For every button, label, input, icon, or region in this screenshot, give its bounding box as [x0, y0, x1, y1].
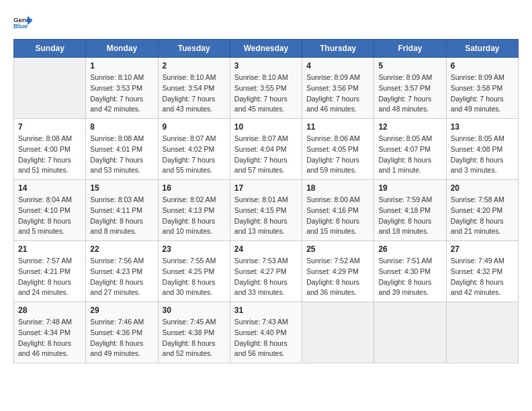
day-number: 14	[18, 183, 81, 193]
calendar-cell: 16Sunrise: 8:02 AMSunset: 4:13 PMDayligh…	[158, 180, 230, 241]
day-info: Sunrise: 8:07 AMSunset: 4:04 PMDaylight:…	[234, 134, 298, 176]
day-header-sunday: Sunday	[14, 40, 86, 58]
calendar-cell: 30Sunrise: 7:45 AMSunset: 4:38 PMDayligh…	[158, 302, 230, 363]
calendar-cell: 14Sunrise: 8:04 AMSunset: 4:10 PMDayligh…	[14, 180, 86, 241]
day-number: 30	[163, 306, 226, 315]
day-number: 5	[378, 61, 441, 71]
day-number: 20	[451, 183, 514, 193]
day-number: 25	[306, 244, 369, 254]
day-header-monday: Monday	[86, 40, 158, 58]
day-info: Sunrise: 7:55 AMSunset: 4:25 PMDaylight:…	[163, 256, 226, 298]
week-row-5: 28Sunrise: 7:48 AMSunset: 4:34 PMDayligh…	[14, 302, 519, 363]
day-info: Sunrise: 7:48 AMSunset: 4:34 PMDaylight:…	[18, 317, 81, 359]
day-info: Sunrise: 8:09 AMSunset: 3:57 PMDaylight:…	[378, 73, 441, 115]
calendar-cell: 11Sunrise: 8:06 AMSunset: 4:05 PMDayligh…	[302, 119, 374, 180]
day-number: 13	[451, 122, 514, 132]
day-info: Sunrise: 8:04 AMSunset: 4:10 PMDaylight:…	[18, 195, 81, 237]
logo: General Blue	[13, 13, 32, 32]
calendar-cell	[446, 302, 518, 363]
day-number: 28	[18, 306, 81, 315]
calendar-cell: 7Sunrise: 8:08 AMSunset: 4:00 PMDaylight…	[14, 119, 86, 180]
calendar-cell: 1Sunrise: 8:10 AMSunset: 3:53 PMDaylight…	[86, 58, 158, 119]
day-number: 23	[163, 244, 226, 254]
day-info: Sunrise: 8:00 AMSunset: 4:16 PMDaylight:…	[306, 195, 369, 237]
calendar-cell: 15Sunrise: 8:03 AMSunset: 4:11 PMDayligh…	[86, 180, 158, 241]
day-info: Sunrise: 8:09 AMSunset: 3:56 PMDaylight:…	[306, 73, 369, 115]
day-info: Sunrise: 8:01 AMSunset: 4:15 PMDaylight:…	[234, 195, 298, 237]
day-number: 21	[18, 244, 81, 254]
calendar-cell: 4Sunrise: 8:09 AMSunset: 3:56 PMDaylight…	[302, 58, 374, 119]
logo-icon: General Blue	[13, 13, 32, 32]
calendar-cell	[302, 302, 374, 363]
day-info: Sunrise: 7:45 AMSunset: 4:38 PMDaylight:…	[163, 317, 226, 359]
calendar-cell	[374, 302, 446, 363]
day-number: 17	[234, 183, 298, 193]
calendar-cell: 31Sunrise: 7:43 AMSunset: 4:40 PMDayligh…	[230, 302, 302, 363]
svg-text:Blue: Blue	[13, 22, 28, 30]
day-info: Sunrise: 8:07 AMSunset: 4:02 PMDaylight:…	[163, 134, 226, 176]
day-info: Sunrise: 7:43 AMSunset: 4:40 PMDaylight:…	[234, 317, 298, 359]
day-header-friday: Friday	[374, 40, 446, 58]
calendar-cell: 2Sunrise: 8:10 AMSunset: 3:54 PMDaylight…	[158, 58, 230, 119]
day-number: 9	[163, 122, 226, 132]
day-number: 29	[90, 306, 153, 315]
day-number: 19	[378, 183, 441, 193]
calendar-cell: 21Sunrise: 7:57 AMSunset: 4:21 PMDayligh…	[14, 241, 86, 302]
day-info: Sunrise: 7:59 AMSunset: 4:18 PMDaylight:…	[378, 195, 441, 237]
day-info: Sunrise: 8:05 AMSunset: 4:08 PMDaylight:…	[451, 134, 514, 176]
day-header-saturday: Saturday	[446, 40, 518, 58]
day-info: Sunrise: 8:05 AMSunset: 4:07 PMDaylight:…	[378, 134, 441, 176]
day-number: 18	[306, 183, 369, 193]
day-info: Sunrise: 8:08 AMSunset: 4:01 PMDaylight:…	[90, 134, 153, 176]
day-number: 7	[18, 122, 81, 132]
day-info: Sunrise: 7:46 AMSunset: 4:36 PMDaylight:…	[90, 317, 153, 359]
calendar-cell: 8Sunrise: 8:08 AMSunset: 4:01 PMDaylight…	[86, 119, 158, 180]
day-info: Sunrise: 7:52 AMSunset: 4:29 PMDaylight:…	[306, 256, 369, 298]
day-number: 27	[451, 244, 514, 254]
day-info: Sunrise: 7:51 AMSunset: 4:30 PMDaylight:…	[378, 256, 441, 298]
day-number: 8	[90, 122, 153, 132]
calendar-cell: 5Sunrise: 8:09 AMSunset: 3:57 PMDaylight…	[374, 58, 446, 119]
calendar-cell: 25Sunrise: 7:52 AMSunset: 4:29 PMDayligh…	[302, 241, 374, 302]
day-number: 10	[234, 122, 298, 132]
calendar-cell	[14, 58, 86, 119]
day-number: 2	[163, 61, 226, 71]
calendar-cell: 22Sunrise: 7:56 AMSunset: 4:23 PMDayligh…	[86, 241, 158, 302]
calendar-cell: 3Sunrise: 8:10 AMSunset: 3:55 PMDaylight…	[230, 58, 302, 119]
day-info: Sunrise: 7:53 AMSunset: 4:27 PMDaylight:…	[234, 256, 298, 298]
week-row-2: 7Sunrise: 8:08 AMSunset: 4:00 PMDaylight…	[14, 119, 519, 180]
day-number: 3	[234, 61, 298, 71]
day-number: 4	[306, 61, 369, 71]
day-number: 6	[451, 61, 514, 71]
day-number: 15	[90, 183, 153, 193]
day-number: 31	[234, 306, 298, 315]
calendar-cell: 23Sunrise: 7:55 AMSunset: 4:25 PMDayligh…	[158, 241, 230, 302]
calendar-cell: 29Sunrise: 7:46 AMSunset: 4:36 PMDayligh…	[86, 302, 158, 363]
day-info: Sunrise: 8:10 AMSunset: 3:55 PMDaylight:…	[234, 73, 298, 115]
calendar-cell: 18Sunrise: 8:00 AMSunset: 4:16 PMDayligh…	[302, 180, 374, 241]
day-info: Sunrise: 7:56 AMSunset: 4:23 PMDaylight:…	[90, 256, 153, 298]
calendar-cell: 13Sunrise: 8:05 AMSunset: 4:08 PMDayligh…	[446, 119, 518, 180]
day-info: Sunrise: 8:10 AMSunset: 3:54 PMDaylight:…	[163, 73, 226, 115]
calendar-table: SundayMondayTuesdayWednesdayThursdayFrid…	[13, 39, 519, 363]
week-row-1: 1Sunrise: 8:10 AMSunset: 3:53 PMDaylight…	[14, 58, 519, 119]
day-info: Sunrise: 8:06 AMSunset: 4:05 PMDaylight:…	[306, 134, 369, 176]
day-info: Sunrise: 7:49 AMSunset: 4:32 PMDaylight:…	[451, 256, 514, 298]
calendar-cell: 27Sunrise: 7:49 AMSunset: 4:32 PMDayligh…	[446, 241, 518, 302]
day-info: Sunrise: 8:03 AMSunset: 4:11 PMDaylight:…	[90, 195, 153, 237]
day-number: 12	[378, 122, 441, 132]
day-number: 24	[234, 244, 298, 254]
calendar-cell: 10Sunrise: 8:07 AMSunset: 4:04 PMDayligh…	[230, 119, 302, 180]
day-header-tuesday: Tuesday	[158, 40, 230, 58]
day-info: Sunrise: 8:09 AMSunset: 3:58 PMDaylight:…	[451, 73, 514, 115]
day-number: 11	[306, 122, 369, 132]
calendar-cell: 20Sunrise: 7:58 AMSunset: 4:20 PMDayligh…	[446, 180, 518, 241]
calendar-cell: 28Sunrise: 7:48 AMSunset: 4:34 PMDayligh…	[14, 302, 86, 363]
calendar-cell: 17Sunrise: 8:01 AMSunset: 4:15 PMDayligh…	[230, 180, 302, 241]
week-row-3: 14Sunrise: 8:04 AMSunset: 4:10 PMDayligh…	[14, 180, 519, 241]
day-header-wednesday: Wednesday	[230, 40, 302, 58]
day-info: Sunrise: 8:02 AMSunset: 4:13 PMDaylight:…	[163, 195, 226, 237]
page-header: General Blue	[13, 13, 519, 32]
day-header-thursday: Thursday	[302, 40, 374, 58]
day-info: Sunrise: 7:58 AMSunset: 4:20 PMDaylight:…	[451, 195, 514, 237]
